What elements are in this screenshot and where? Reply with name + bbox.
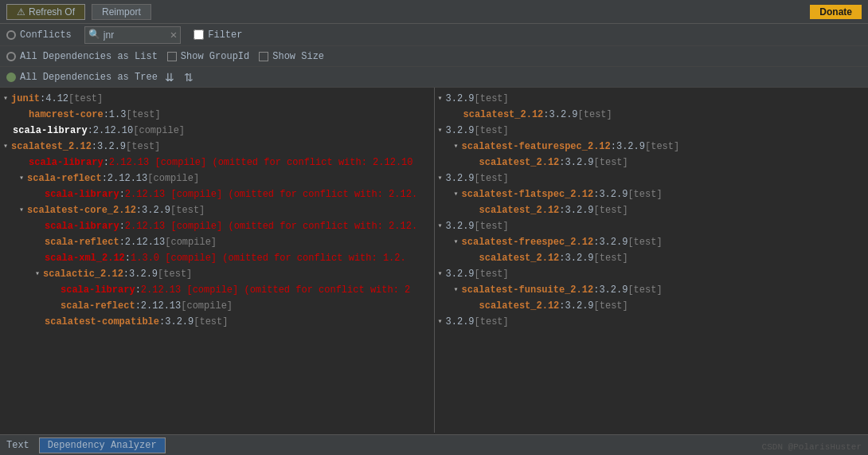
filter-checkbox[interactable] [194,29,204,40]
tree-node[interactable]: scalatest_2.12 : 3.2.9 [test] [435,298,869,314]
tree-node[interactable]: scala-xml_2.12 : 1.3.0 [compile] (omitte… [0,250,434,266]
expand-arrow[interactable]: ▾ [3,92,8,106]
expand-arrow[interactable]: ▾ [454,235,459,249]
tree-node[interactable]: scalatest-compatible : 3.2.9 [test] [0,314,434,330]
conflicts-radio[interactable]: Conflicts [6,29,72,41]
dep-name-conflict: scala-library [45,187,119,202]
all-deps-list-radio[interactable]: All Dependencies as List [6,51,158,62]
tree-node[interactable]: ▾ scalatest-freespec_2.12 : 3.2.9 [test] [435,234,869,250]
dep-scope: [test] [594,155,628,170]
expand-arrow[interactable]: ▾ [438,171,443,186]
dep-version: 3.2.9 [565,299,594,313]
tree-node[interactable]: ▾ 3.2.9 [test] [435,266,869,282]
all-deps-tree-radio[interactable]: All Dependencies as Tree [6,72,158,83]
expand-arrow[interactable]: ▾ [454,283,459,297]
tree-node[interactable]: hamcrest-core : 1.3 [test] [0,107,434,123]
dep-name: scala-library [13,124,88,138]
expand-arrow[interactable]: ▾ [438,315,443,329]
expand-arrow[interactable]: ▾ [19,203,24,218]
tree-node[interactable]: scala-library : 2.12.13 [compile] (omitt… [0,155,434,171]
tree-node[interactable]: scala-library : 2.12.13 [compile] (omitt… [0,186,434,202]
dep-scope: [test] [594,251,628,265]
dep-version: 3.2.9 [565,203,594,218]
expand-arrow[interactable]: ▾ [3,139,8,154]
tree-node[interactable]: scalatest_2.12 : 3.2.9 [test] [435,155,869,171]
tree-node[interactable]: ▾ scalatest_2.12 : 3.2.9 [test] [0,139,434,155]
filter-row: Conflicts 🔍 ✕ Filter [0,24,868,46]
search-box: 🔍 ✕ [84,26,181,44]
dep-version: 2.12.13 [125,235,165,249]
warning-icon: ⚠ [17,6,25,18]
tree-node[interactable]: ▾ 3.2.9 [test] [435,123,869,139]
collapse-all-button[interactable]: ⇊ [162,71,177,84]
sep-text: : [119,219,125,233]
show-groupid-checkbox[interactable] [167,52,177,61]
search-clear-button[interactable]: ✕ [170,28,177,41]
sep-colon: : [119,235,125,249]
show-groupid-check[interactable]: Show GroupId [167,51,249,62]
expand-all-button[interactable]: ⇅ [182,71,196,84]
tree-node[interactable]: ▾ scala-reflect : 2.12.13 [compile] [0,171,434,186]
dep-scope: [test] [158,267,192,281]
refresh-button[interactable]: ⚠ Refresh Of [6,4,85,20]
tree-node[interactable]: scalatest_2.12 : 3.2.9 [test] [435,250,869,266]
dep-version: 3.2.9 [549,108,578,122]
tree-node[interactable]: scala-reflect : 2.12.13 [compile] [0,298,434,314]
dep-name: junit [11,92,40,106]
tree-node[interactable]: ▾ 3.2.9 [test] [435,171,869,186]
scope-text: [test] [475,124,509,138]
dep-name: scalatest_2.12 [479,299,560,313]
tree-node[interactable]: scala-library : 2.12.10 [compile] [0,123,434,139]
expand-arrow[interactable]: ▾ [438,267,443,281]
expand-arrow[interactable]: ▾ [438,219,443,233]
dep-version: 3.2.9 [599,235,628,249]
dep-name: scala-reflect [61,299,135,313]
scope-text: [test] [475,92,509,106]
filter-checkbox-wrapper[interactable]: Filter [194,29,242,41]
tree-node[interactable]: ▾ scalatest-funsuite_2.12 : 3.2.9 [test] [435,282,869,298]
tree-node[interactable]: scalatest_2.12 : 3.2.9 [test] [435,107,869,123]
tree-node[interactable]: ▾ scalactic_2.12 : 3.2.9 [test] [0,266,434,282]
expand-arrow[interactable]: ▾ [438,124,443,138]
tree-node[interactable]: ▾ scalatest-flatspec_2.12 : 3.2.9 [test] [435,186,869,202]
sep-colon: : [593,235,599,249]
dep-version: 2.12.13 [141,299,181,313]
search-input[interactable] [104,29,167,41]
dep-version: 3.2.9 [165,315,194,329]
dependency-analyzer-tab[interactable]: Dependency Analyzer [39,437,166,453]
expand-arrow[interactable]: ▾ [454,139,459,154]
dep-scope: [test] [126,108,160,122]
all-deps-tree-dot [6,73,16,82]
expand-arrow[interactable]: ▾ [19,171,24,186]
tree-node[interactable]: ▾ scalatest-featurespec_2.12 : 3.2.9 [te… [435,139,869,155]
sep-colon: : [543,108,549,122]
show-size-check[interactable]: Show Size [259,51,324,62]
tree-node[interactable]: ▾ 3.2.9 [test] [435,218,869,234]
tree-node[interactable]: scala-library : 2.12.13 [compile] (omitt… [0,218,434,234]
tree-node[interactable]: ▾ 3.2.9 [test] [435,91,869,107]
dep-scope: [test] [126,139,160,154]
sep-colon: : [123,267,129,281]
donate-button[interactable]: Donate [810,5,862,19]
tree-node[interactable]: ▾ scalatest-core_2.12 : 3.2.9 [test] [0,202,434,218]
tree-node[interactable]: ▾ junit : 4.12 [test] [0,91,434,107]
expand-arrow[interactable]: ▾ [454,187,459,202]
expand-arrow[interactable]: ▾ [438,92,443,106]
expand-arrow[interactable]: ▾ [35,267,40,281]
reimport-button[interactable]: Reimport [92,4,151,20]
dep-name: scalatest_2.12 [479,155,560,170]
dep-name: scalatest-funsuite_2.12 [462,283,594,297]
conflicts-radio-dot [6,30,16,40]
tree-node[interactable]: ▾ 3.2.9 [test] [435,314,869,330]
dep-scope: [compile] [181,299,233,313]
dep-scope: [test] [578,108,612,122]
dep-name: scalatest_2.12 [479,203,560,218]
tree-node[interactable]: scala-library : 2.12.13 [compile] (omitt… [0,282,434,298]
dep-name: scalatest-featurespec_2.12 [462,139,611,154]
show-size-checkbox[interactable] [259,52,268,61]
scope-text: [test] [475,171,509,186]
tree-node[interactable]: scalatest_2.12 : 3.2.9 [test] [435,202,869,218]
status-text-label: Text [6,440,29,451]
tree-node[interactable]: scala-reflect : 2.12.13 [compile] [0,234,434,250]
dep-version: 3.2.9 [129,267,158,281]
